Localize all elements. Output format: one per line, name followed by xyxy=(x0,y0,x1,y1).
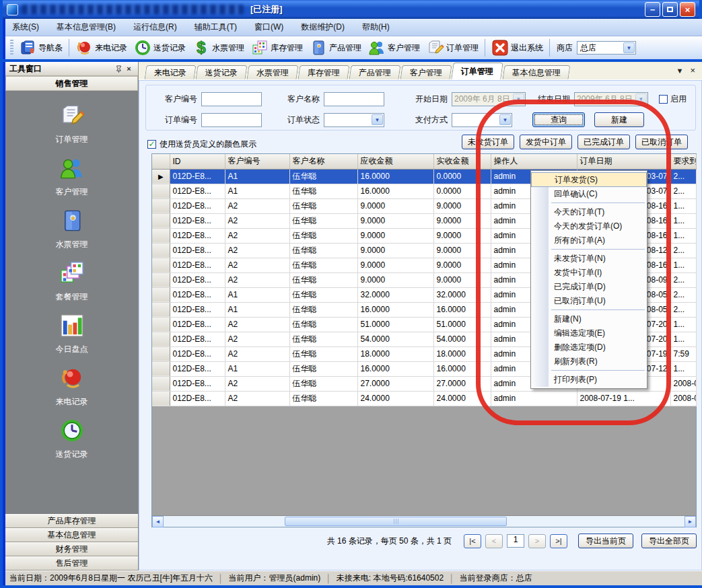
first-page-button[interactable]: |< xyxy=(464,534,481,548)
order-status-filter-button-1[interactable]: 发货中订单 xyxy=(520,135,572,149)
enable-checkbox[interactable] xyxy=(659,95,668,104)
order-status-select[interactable]: ▼ xyxy=(324,113,384,127)
context-menu-item-1[interactable]: 回单确认(C) xyxy=(531,187,647,201)
close-sidebar-icon[interactable]: × xyxy=(124,64,134,74)
sidebar-panel-3[interactable]: 售后管理 xyxy=(5,556,138,571)
toolbar-button-0[interactable]: 导航条 xyxy=(15,38,66,58)
column-header-8[interactable]: 要求到货日期 xyxy=(670,154,696,169)
context-menu-item-14[interactable]: 删除选定项(D) xyxy=(531,340,647,355)
menu-item-6[interactable]: 帮助(H) xyxy=(362,22,390,33)
tab-1[interactable]: 送货记录 xyxy=(196,65,248,79)
tab-label: 基本信息管理 xyxy=(512,67,561,79)
table-row-15[interactable]: 012D-E8...A2伍华聪24.000024.0000admin2008-0… xyxy=(152,391,696,406)
toolbar-button-4[interactable]: 库存管理 xyxy=(248,38,306,58)
color-display-checkbox[interactable]: ✓ xyxy=(147,140,156,149)
sidebar-panel-1[interactable]: 基本信息管理 xyxy=(5,528,138,542)
toolbar-button-7[interactable]: 订单管理 xyxy=(423,38,482,58)
menu-item-5[interactable]: 数据维护(D) xyxy=(301,22,345,33)
column-header-3[interactable]: 客户名称 xyxy=(289,154,357,169)
horizontal-scrollbar[interactable]: ◄ ► xyxy=(152,515,696,527)
column-header-6[interactable]: 操作人 xyxy=(491,154,577,169)
end-date-picker[interactable]: 2009年 6月 8日▼ xyxy=(574,92,648,106)
sidebar-item-1[interactable]: 客户管理 xyxy=(56,155,88,198)
minimize-button[interactable]: − xyxy=(645,2,660,17)
sidebar-panel-2[interactable]: 财务管理 xyxy=(5,542,138,556)
status-bar: 当前日期：2009年6月8日星期一 农历己丑[牛]年五月十六│当前用户：管理员(… xyxy=(5,571,702,585)
sidebar-item-3[interactable]: 套餐管理 xyxy=(56,260,88,303)
sidebar-panel-0[interactable]: 产品库存管理 xyxy=(5,514,138,528)
column-header-1[interactable]: ID xyxy=(170,154,225,169)
context-menu-item-3[interactable]: 今天的订单(T) xyxy=(531,205,647,219)
toolbar-button-label: 客户管理 xyxy=(388,42,420,54)
column-header-2[interactable]: 客户编号 xyxy=(225,154,289,169)
pin-icon[interactable] xyxy=(114,64,124,74)
context-menu-item-4[interactable]: 今天的发货订单(O) xyxy=(531,219,647,233)
sidebar-group-sales[interactable]: 销售管理 xyxy=(5,76,138,91)
scrollbar-thumb[interactable] xyxy=(285,517,507,526)
tab-6[interactable]: 订单管理 xyxy=(451,63,503,79)
scroll-left-icon[interactable]: ◄ xyxy=(152,516,164,527)
tab-5[interactable]: 客户管理 xyxy=(400,65,452,79)
context-menu-item-8[interactable]: 发货中订单(I) xyxy=(531,266,647,280)
order-no-input[interactable] xyxy=(201,113,262,127)
order-status-filter-button-0[interactable]: 未发货订单 xyxy=(462,135,514,149)
toolbar-button-5[interactable]: 产品管理 xyxy=(306,38,365,58)
toolbar-button-2[interactable]: 送货记录 xyxy=(131,38,189,58)
scrollbar-track[interactable] xyxy=(164,516,685,527)
tab-2[interactable]: 水票管理 xyxy=(247,65,299,79)
toolbar-button-6[interactable]: 客户管理 xyxy=(365,38,423,58)
cell: A2 xyxy=(225,332,289,346)
export-current-page-button[interactable]: 导出当前页 xyxy=(578,534,633,548)
export-all-pages-button[interactable]: 导出全部页 xyxy=(641,534,697,548)
last-page-button[interactable]: >| xyxy=(550,534,567,548)
order-status-filter-button-3[interactable]: 已取消订单 xyxy=(635,135,688,149)
tab-4[interactable]: 产品管理 xyxy=(349,65,401,79)
tab-0[interactable]: 来电记录 xyxy=(145,65,197,79)
sidebar-item-4[interactable]: 今日盘点 xyxy=(56,313,88,355)
toolbar-button-1[interactable]: 来电记录 xyxy=(72,38,131,58)
sidebar-item-6[interactable]: 送货记录 xyxy=(56,418,88,460)
sidebar-item-2[interactable]: 水票管理 xyxy=(56,208,88,250)
column-header-4[interactable]: 应收金额 xyxy=(357,154,433,169)
context-menu-item-10[interactable]: 已取消订单(U) xyxy=(531,294,647,308)
sidebar-item-5[interactable]: 来电记录 xyxy=(56,365,88,408)
toolbar-button-3[interactable]: $水票管理 xyxy=(189,38,248,58)
menu-item-2[interactable]: 运行信息(R) xyxy=(133,22,177,33)
context-menu-item-5[interactable]: 所有的订单(A) xyxy=(531,233,647,248)
context-menu-item-9[interactable]: 已完成订单(D) xyxy=(531,280,647,294)
tab-3[interactable]: 库存管理 xyxy=(298,65,350,79)
tab-list-dropdown-icon[interactable]: ▼ xyxy=(676,67,684,75)
next-page-button[interactable]: > xyxy=(528,534,546,548)
query-button[interactable]: 查询 xyxy=(532,112,585,127)
column-header-0[interactable] xyxy=(152,154,170,169)
customer-no-input[interactable] xyxy=(201,92,262,106)
shop-select[interactable]: 总店▼ xyxy=(577,41,636,54)
menu-item-3[interactable]: 辅助工具(T) xyxy=(195,22,237,33)
order-status-filter-button-2[interactable]: 已完成订单 xyxy=(577,135,630,149)
column-header-7[interactable]: 订单日期 xyxy=(577,154,670,169)
close-button[interactable]: × xyxy=(680,2,695,17)
tab-close-icon[interactable]: × xyxy=(690,65,695,75)
context-menu-item-13[interactable]: 编辑选定项(E) xyxy=(531,326,647,340)
pay-method-select[interactable]: ▼ xyxy=(452,113,512,127)
customer-name-input[interactable] xyxy=(324,92,384,106)
context-menu-item-0[interactable]: 订单发货(S) xyxy=(531,172,647,187)
context-menu-item-12[interactable]: 新建(N) xyxy=(531,312,647,326)
context-menu-item-7[interactable]: 未发货订单(N) xyxy=(531,252,647,266)
cell: 7:59 xyxy=(670,346,696,361)
menu-item-0[interactable]: 系统(S) xyxy=(12,22,39,33)
page-number-input[interactable]: 1 xyxy=(507,534,524,548)
scroll-right-icon[interactable]: ► xyxy=(685,516,696,527)
maximize-button[interactable] xyxy=(662,2,678,17)
toolbar-button-8[interactable]: 退出系统 xyxy=(488,38,547,58)
context-menu-item-17[interactable]: 打印列表(P) xyxy=(531,373,647,387)
menu-item-4[interactable]: 窗口(W) xyxy=(254,22,283,33)
tab-7[interactable]: 基本信息管理 xyxy=(503,65,571,79)
start-date-picker[interactable]: 2009年 6月 8日▼ xyxy=(452,92,526,106)
prev-page-button[interactable]: < xyxy=(485,534,503,548)
menu-item-1[interactable]: 基本信息管理(B) xyxy=(57,22,116,33)
new-button[interactable]: 新建 xyxy=(594,112,644,127)
column-header-5[interactable]: 实收金额 xyxy=(433,154,491,169)
context-menu-item-15[interactable]: 刷新列表(R) xyxy=(531,355,647,369)
sidebar-item-0[interactable]: 订单管理 xyxy=(56,103,88,145)
